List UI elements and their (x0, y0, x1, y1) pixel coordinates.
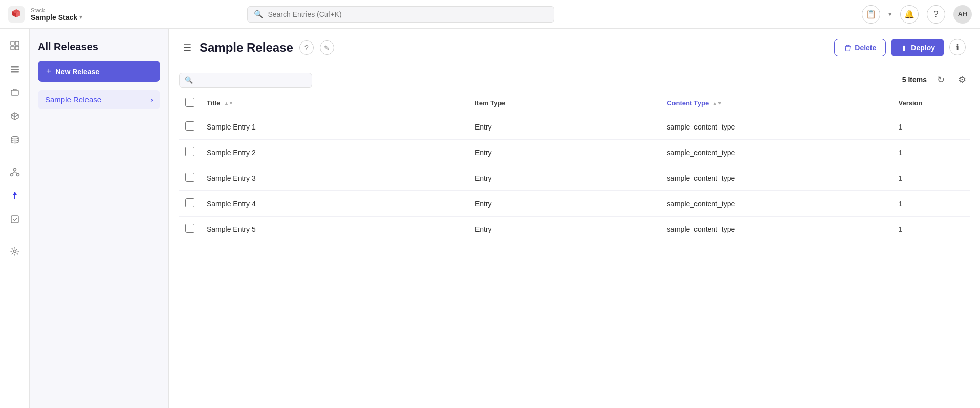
sidebar-item-grid[interactable] (4, 35, 26, 56)
sidebar-item-stacks[interactable] (4, 129, 26, 151)
calendar-icon-btn[interactable]: 📋 (862, 5, 880, 24)
refresh-button[interactable]: ↻ (933, 72, 948, 88)
sidebar-item-assets[interactable] (4, 82, 26, 103)
svg-point-12 (16, 174, 19, 176)
chevron-down-icon: ▾ (79, 14, 82, 20)
search-bar[interactable]: 🔍 (247, 6, 554, 23)
sidebar-item-list[interactable] (4, 58, 26, 80)
svg-rect-5 (11, 66, 19, 68)
row-checkbox-cell[interactable] (179, 140, 201, 165)
calendar-icon: 📋 (866, 9, 876, 19)
notifications-icon-btn[interactable]: 🔔 (900, 5, 919, 24)
top-navigation: Stack Sample Stack ▾ 🔍 📋 ▾ 🔔 ? AH (0, 0, 980, 29)
delete-button[interactable]: Delete (834, 39, 886, 56)
sidebar-divider-2 (7, 235, 23, 235)
table-search-input[interactable] (196, 76, 307, 84)
sidebar-divider-1 (7, 156, 23, 156)
help-icon-btn[interactable]: ? (927, 5, 945, 24)
sidebar-item-settings[interactable] (4, 241, 26, 262)
row-checkbox[interactable] (185, 147, 194, 156)
table-row: Sample Entry 2 Entry sample_content_type… (179, 140, 970, 165)
release-item[interactable]: Sample Release › (38, 90, 160, 109)
th-content-type[interactable]: Content Type ▲▼ (661, 93, 892, 114)
sort-icon-title: ▲▼ (224, 101, 233, 106)
select-all-checkbox[interactable] (185, 98, 194, 107)
table-row: Sample Entry 4 Entry sample_content_type… (179, 191, 970, 217)
help-circle-btn[interactable]: ? (299, 40, 314, 55)
th-title[interactable]: Title ▲▼ (201, 93, 469, 114)
svg-rect-7 (11, 71, 19, 73)
sidebar-item-connections[interactable] (4, 161, 26, 183)
sidebar-item-releases[interactable] (4, 185, 26, 206)
row-title: Sample Entry 2 (201, 140, 469, 165)
row-checkbox[interactable] (185, 198, 194, 207)
row-title: Sample Entry 3 (201, 165, 469, 191)
svg-rect-6 (11, 69, 19, 70)
info-button[interactable]: ℹ (949, 39, 966, 55)
svg-rect-8 (11, 90, 18, 95)
row-checkbox-cell[interactable] (179, 191, 201, 217)
row-version: 1 (892, 191, 970, 217)
entries-table-wrap: Title ▲▼ Item Type Content Type ▲▼ Versi… (169, 93, 980, 408)
svg-point-9 (11, 137, 18, 139)
stack-selector[interactable]: Stack Sample Stack ▾ (31, 7, 82, 22)
new-release-button[interactable]: + New Release (38, 61, 160, 82)
user-avatar[interactable]: AH (953, 5, 972, 24)
sidebar-item-tasks[interactable] (4, 208, 26, 230)
table-row: Sample Entry 5 Entry sample_content_type… (179, 217, 970, 242)
edit-circle-btn[interactable]: ✎ (320, 40, 334, 55)
row-content-type: sample_content_type (661, 217, 892, 242)
row-checkbox-cell[interactable] (179, 114, 201, 140)
app-logo[interactable] (8, 6, 25, 23)
row-content-type: sample_content_type (661, 140, 892, 165)
row-content-type: sample_content_type (661, 114, 892, 140)
question-icon: ? (934, 10, 939, 19)
table-toolbar-right: 5 Items ↻ ⚙ (902, 72, 970, 88)
deploy-icon (900, 44, 908, 52)
row-item-type: Entry (469, 217, 661, 242)
stack-name[interactable]: Sample Stack ▾ (31, 13, 82, 22)
bell-icon: 🔔 (904, 9, 914, 19)
svg-point-11 (10, 174, 13, 176)
edit-icon: ✎ (324, 44, 330, 52)
svg-rect-2 (15, 41, 19, 45)
main-layout: All Releases + New Release Sample Releas… (0, 29, 980, 408)
row-item-type: Entry (469, 191, 661, 217)
svg-point-10 (13, 169, 16, 171)
row-checkbox-cell[interactable] (179, 165, 201, 191)
table-settings-button[interactable]: ⚙ (954, 72, 970, 88)
row-checkbox-cell[interactable] (179, 217, 201, 242)
table-row: Sample Entry 3 Entry sample_content_type… (179, 165, 970, 191)
stack-label: Stack (31, 7, 82, 13)
row-checkbox[interactable] (185, 173, 194, 182)
table-search-bar[interactable]: 🔍 (179, 73, 312, 88)
row-item-type: Entry (469, 140, 661, 165)
row-title: Sample Entry 5 (201, 217, 469, 242)
release-item-label: Sample Release (45, 95, 101, 104)
all-releases-title: All Releases (38, 41, 160, 53)
sidebar-item-plugins[interactable] (4, 105, 26, 127)
entries-table: Title ▲▼ Item Type Content Type ▲▼ Versi… (179, 93, 970, 242)
row-checkbox[interactable] (185, 224, 194, 233)
release-title: Sample Release (200, 40, 293, 55)
search-input[interactable] (268, 10, 548, 18)
menu-icon[interactable]: ☰ (183, 42, 191, 53)
svg-rect-3 (11, 46, 14, 50)
row-content-type: sample_content_type (661, 165, 892, 191)
content-area: ☰ Sample Release ? ✎ Delete (169, 29, 980, 408)
dropdown-icon[interactable]: ▾ (888, 10, 892, 18)
items-count: 5 Items (902, 76, 927, 84)
svg-rect-4 (15, 46, 19, 50)
table-toolbar: 🔍 5 Items ↻ ⚙ (169, 67, 980, 93)
icon-sidebar (0, 29, 30, 408)
deploy-button[interactable]: Deploy (891, 39, 944, 56)
svg-rect-1 (11, 41, 14, 45)
row-item-type: Entry (469, 114, 661, 140)
sort-icon-content-type: ▲▼ (713, 101, 722, 106)
row-title: Sample Entry 4 (201, 191, 469, 217)
svg-rect-13 (11, 216, 18, 223)
search-icon: 🔍 (185, 76, 193, 84)
row-checkbox[interactable] (185, 121, 194, 131)
th-item-type: Item Type (469, 93, 661, 114)
row-content-type: sample_content_type (661, 191, 892, 217)
